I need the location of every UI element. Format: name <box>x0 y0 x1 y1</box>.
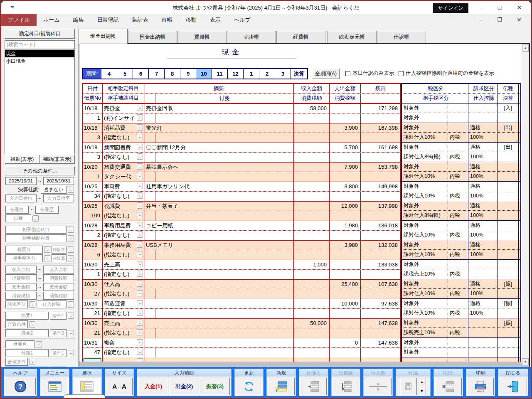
cell-expense[interactable]: 25,400 <box>330 280 361 289</box>
cell-income[interactable] <box>294 280 330 289</box>
cell-account[interactable]: 複合⌄ <box>103 338 144 347</box>
fusen-down-button[interactable]: ▼ <box>418 387 426 395</box>
chevron-down-icon[interactable]: ⌄ <box>29 321 35 328</box>
cell-slip-no[interactable]: 3 <box>83 133 103 143</box>
account-dropdown-icon[interactable]: ⌄ <box>137 290 143 296</box>
cell-slip-no[interactable]: 1 <box>83 172 103 182</box>
scroll-down-arrow[interactable]: ▼ <box>522 358 529 365</box>
cell-sub-account[interactable]: (指定なし)⌄ <box>103 211 144 221</box>
close-button[interactable]: ✕ <box>511 2 527 13</box>
withdrawal-button[interactable]: 出金(2) <box>169 378 199 395</box>
cell-fusen-flag[interactable] <box>144 172 155 182</box>
period-month-4[interactable]: 4 <box>101 69 117 79</box>
cell-memo[interactable] <box>144 338 294 347</box>
cell-expense[interactable]: 10,000 <box>330 299 361 308</box>
cell-slip-no[interactable]: 47 <box>83 348 103 357</box>
cell-date[interactable]: 10/18 <box>83 104 103 113</box>
cell-income[interactable]: 1,000 <box>294 260 330 269</box>
cell-slip-no[interactable]: 109 <box>83 211 103 221</box>
child-close-button[interactable]: ✕ <box>511 15 527 25</box>
chevron-down-icon[interactable]: ⌄ <box>68 246 74 253</box>
cell-fusen[interactable] <box>155 270 294 279</box>
tab-sub-hide[interactable]: 補助(非表示) <box>40 155 75 164</box>
cell-date[interactable]: 10/30 <box>83 280 103 289</box>
cell-billing[interactable] <box>468 103 498 113</box>
size-button[interactable]: A↔A <box>106 378 133 395</box>
cell-billing[interactable]: 適格 <box>468 182 498 191</box>
billing-select[interactable]: 請求区分 <box>5 300 28 308</box>
chevron-down-icon[interactable]: ⌄ <box>68 227 74 233</box>
cell-deduction[interactable] <box>468 347 498 357</box>
account-dropdown-icon[interactable]: ⌄ <box>137 300 143 306</box>
cell-date[interactable]: 10/30 <box>83 319 103 328</box>
menu-home[interactable]: ホーム <box>37 14 66 26</box>
cell-sub-account[interactable]: (指定なし)⌄ <box>103 250 144 260</box>
tab-receivables[interactable]: 売掛帳 <box>227 31 276 44</box>
cell-tax-class[interactable]: 対象外 <box>402 103 448 113</box>
cell-sub-account[interactable]: (指定なし)⌄ <box>103 270 144 279</box>
cell-fusen[interactable] <box>155 113 294 123</box>
cell-memo[interactable]: USBメモリ <box>144 241 294 250</box>
cell-billing[interactable] <box>468 260 498 269</box>
account-list-item[interactable]: 現金 <box>5 50 74 57</box>
cell-partner-tax-class[interactable]: 課対仕入10% <box>402 250 448 259</box>
cell-partner-tax-class[interactable]: 課対仕入10% <box>402 230 448 240</box>
account-dropdown-icon[interactable]: ⌄ <box>137 144 143 150</box>
account-dropdown-icon[interactable]: ⌄ <box>137 349 143 355</box>
deduction-select[interactable]: 仕入控除 <box>37 300 66 308</box>
cell-expense[interactable] <box>330 319 361 328</box>
period-month-3[interactable]: 3 <box>275 69 291 79</box>
expense-from[interactable]: 支出金額 <box>5 283 37 291</box>
cell-billing[interactable]: 適格 <box>468 201 498 210</box>
account-dropdown-icon[interactable]: ⌄ <box>137 271 143 277</box>
cell-deduction[interactable]: 100% <box>468 172 498 181</box>
cell-partner-tax-class[interactable]: 対象外 <box>402 113 448 123</box>
cell-sub-account[interactable]: (指定なし)⌄ <box>103 231 144 240</box>
cell-fusen[interactable] <box>155 133 294 143</box>
cell-slip-no[interactable]: 3 <box>83 153 103 162</box>
tab-journal[interactable]: 仕訳帳 <box>377 31 426 44</box>
account-dropdown-icon[interactable]: ⌄ <box>137 105 143 111</box>
account-dropdown-icon[interactable]: ⌄ <box>137 192 143 199</box>
checkbox-icon[interactable] <box>345 71 350 76</box>
cell-partner-tax-class[interactable]: 課対仕入8%(軽) <box>402 211 448 220</box>
cell-tax-class[interactable]: 対象外 <box>402 338 448 347</box>
account-dropdown-icon[interactable]: ⌄ <box>137 261 143 267</box>
cell-fusen-flag[interactable] <box>144 328 155 338</box>
cell-account[interactable]: 売掛金⌄ <box>103 104 144 113</box>
print-button[interactable] <box>467 378 494 395</box>
cell-account[interactable]: 車両費⌄ <box>103 182 144 191</box>
cell-sub-account[interactable]: (指定なし)⌄ <box>103 153 144 162</box>
tab-expenses[interactable]: 経費帳 <box>276 31 325 44</box>
all-period-button[interactable]: 全期間(A) <box>312 69 340 79</box>
cell-deduction[interactable]: 100% <box>468 250 498 259</box>
vertical-scrollbar[interactable]: ▲ ▼ <box>522 44 529 365</box>
cell-date[interactable]: 10/28 <box>83 221 103 230</box>
tax-from[interactable]: 消費税額 <box>5 274 37 282</box>
period-month-6[interactable]: 6 <box>133 69 148 79</box>
memo2-input[interactable]: 摘要2 <box>5 329 49 337</box>
cell-partner-tax-class[interactable]: 課対仕入8%(軽) <box>402 152 448 162</box>
menu-button[interactable] <box>42 378 68 395</box>
taxcalc-select[interactable]: 税計算 <box>52 246 66 254</box>
new-row-button[interactable] <box>268 378 295 395</box>
chevron-down-icon[interactable]: ⌄ <box>36 341 42 347</box>
cell-slip-no[interactable]: 21 <box>83 309 103 318</box>
child-minimize-button[interactable]: – <box>473 15 489 25</box>
cell-income[interactable]: 58,000 <box>294 104 330 113</box>
cell-slip-no[interactable]: 34 <box>83 192 103 201</box>
account-dropdown-icon[interactable]: ⌄ <box>137 241 143 248</box>
account-subaccount-button[interactable]: 勘定科目/補助科目 <box>5 29 75 39</box>
cell-tax-class[interactable]: 対象外 <box>402 182 448 191</box>
checkbox-today-only[interactable]: 本日仕訳のみ表示 <box>345 70 394 77</box>
deposit-button[interactable]: 入金(1) <box>138 378 168 395</box>
cell-billing[interactable]: 適格 <box>468 143 498 152</box>
account-dropdown-icon[interactable]: ⌄ <box>137 163 143 170</box>
account-dropdown-icon[interactable]: ⌄ <box>137 320 143 326</box>
account-dropdown-icon[interactable]: ⌄ <box>137 281 143 287</box>
period-month-10[interactable]: 10 <box>196 69 212 79</box>
cell-deduction[interactable]: 100% <box>468 152 498 162</box>
cell-sub-account[interactable]: (指定なし)⌄ <box>103 309 144 318</box>
chevron-down-icon[interactable]: ⌄ <box>68 235 74 241</box>
cell-fusen-flag[interactable] <box>144 250 155 260</box>
